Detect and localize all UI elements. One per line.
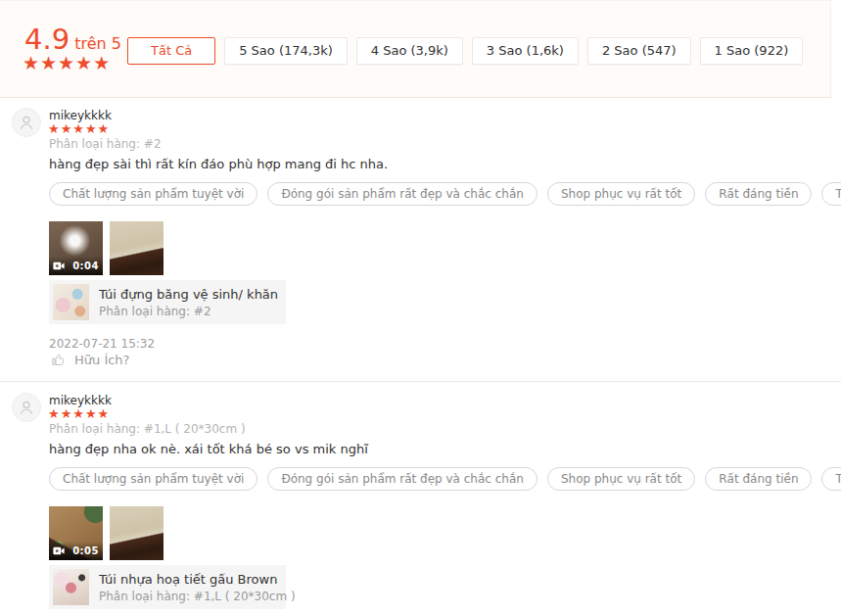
- review-variation-label: Phân loại hàng: #1,L ( 20*30cm ): [49, 422, 246, 436]
- review-stars-icon: ★★★★★: [48, 121, 110, 136]
- rating-summary-panel: 4.9trên 5 ★★★★★ Tất Cả 5 Sao (174,3k) 4 …: [0, 0, 831, 98]
- helpful-label: Hữu Ích?: [74, 353, 130, 367]
- product-info: Túi nhựa hoạ tiết gấu Brown dùng đự... P…: [99, 572, 280, 603]
- filter-2-star-button[interactable]: 2 Sao (547): [587, 37, 691, 65]
- video-overlay: 0:05: [49, 542, 103, 560]
- review-item: mikeykkkk ★★★★★ Phân loại hàng: #1,L ( 2…: [0, 383, 841, 616]
- filter-all-button[interactable]: Tất Cả: [127, 37, 215, 65]
- rating-score-value: 4.9: [24, 23, 70, 56]
- avatar: [12, 108, 41, 137]
- rating-score: 4.9trên 5: [24, 23, 121, 56]
- review-text: hàng đẹp nha ok nè. xái tốt khá bé so vs…: [49, 442, 368, 456]
- review-video-thumbnail[interactable]: 0:05: [49, 506, 103, 560]
- video-camera-icon: [53, 261, 65, 270]
- product-variation: Phân loại hàng: #2: [99, 305, 280, 318]
- video-duration: 0:04: [72, 261, 99, 271]
- review-photo-thumbnail[interactable]: [110, 506, 164, 560]
- review-video-thumbnail[interactable]: 0:04: [49, 221, 103, 275]
- review-media-list: 0:04: [49, 221, 164, 275]
- review-tag: Chất lượng sản phẩm tuyệt vời: [49, 467, 257, 491]
- review-media-list: 0:05: [49, 506, 164, 560]
- review-variation-label: Phân loại hàng: #2: [49, 137, 162, 151]
- product-title: Túi nhựa hoạ tiết gấu Brown dùng đự...: [99, 572, 280, 587]
- review-tag: Thời gian giao hàng rất nhanh: [821, 467, 841, 491]
- product-title: Túi đựng băng vệ sinh/ khăn ăn sức ...: [99, 287, 280, 302]
- product-thumbnail: [53, 569, 89, 605]
- review-tag-list: Chất lượng sản phẩm tuyệt vời Đóng gói s…: [49, 182, 841, 206]
- rating-stars-icon: ★★★★★: [23, 52, 111, 73]
- thumbs-up-icon: [51, 353, 66, 367]
- helpful-button[interactable]: Hữu Ích?: [51, 353, 130, 367]
- reviewer-username: mikeykkkk: [49, 109, 112, 122]
- review-tag: Đóng gói sản phẩm rất đẹp và chắc chắn: [267, 182, 537, 206]
- review-item: mikeykkkk ★★★★★ Phân loại hàng: #2 hàng …: [0, 98, 841, 382]
- reviewed-product-link[interactable]: Túi đựng băng vệ sinh/ khăn ăn sức ... P…: [49, 280, 286, 324]
- reviewer-username: mikeykkkk: [49, 394, 112, 407]
- product-thumbnail: [53, 284, 89, 320]
- review-tag: Rất đáng tiền: [705, 467, 812, 491]
- avatar: [12, 393, 41, 422]
- review-text: hàng đẹp sài thì rất kín đáo phù hợp man…: [49, 157, 388, 171]
- filter-4-star-button[interactable]: 4 Sao (3,9k): [356, 37, 463, 65]
- reviewed-product-link[interactable]: Túi nhựa hoạ tiết gấu Brown dùng đự... P…: [49, 565, 286, 609]
- video-duration: 0:05: [72, 545, 99, 556]
- filter-3-star-button[interactable]: 3 Sao (1,6k): [472, 37, 579, 65]
- person-icon: [18, 114, 35, 131]
- filter-5-star-button[interactable]: 5 Sao (174,3k): [224, 37, 348, 65]
- rating-filter-bar: Tất Cả 5 Sao (174,3k) 4 Sao (3,9k) 3 Sao…: [127, 37, 803, 65]
- product-info: Túi đựng băng vệ sinh/ khăn ăn sức ... P…: [99, 287, 280, 318]
- video-camera-icon: [53, 546, 65, 555]
- review-tag: Shop phục vụ rất tốt: [547, 467, 695, 491]
- review-tag: Shop phục vụ rất tốt: [547, 182, 695, 206]
- review-tag: Thời gian giao hàng rất nhanh: [821, 182, 841, 206]
- review-tag: Đóng gói sản phẩm rất đẹp và chắc chắn: [267, 467, 537, 491]
- review-date: 2022-07-21 15:32: [49, 337, 155, 351]
- review-stars-icon: ★★★★★: [48, 406, 110, 421]
- product-variation: Phân loại hàng: #1,L ( 20*30cm ): [99, 590, 280, 603]
- video-overlay: 0:04: [49, 257, 103, 275]
- rating-score-suffix: trên 5: [74, 34, 121, 53]
- review-photo-thumbnail[interactable]: [110, 221, 164, 275]
- filter-1-star-button[interactable]: 1 Sao (922): [700, 37, 804, 65]
- review-tag: Rất đáng tiền: [705, 182, 812, 206]
- review-tag: Chất lượng sản phẩm tuyệt vời: [49, 182, 257, 206]
- person-icon: [18, 399, 35, 416]
- review-tag-list: Chất lượng sản phẩm tuyệt vời Đóng gói s…: [49, 467, 841, 491]
